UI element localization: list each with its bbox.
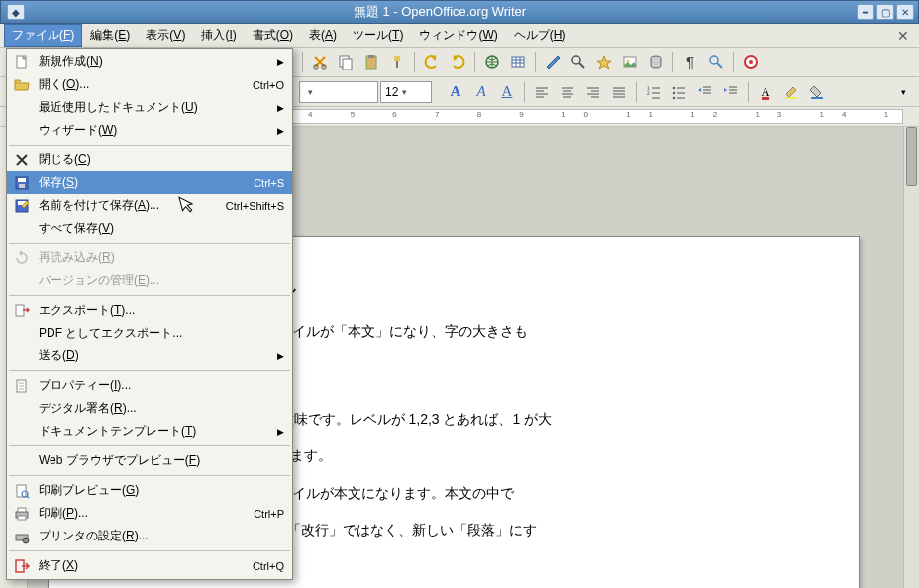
- svg-point-45: [673, 86, 675, 88]
- gallery-button[interactable]: [618, 50, 642, 74]
- drawing-button[interactable]: [541, 50, 564, 74]
- menu-item-web-preview[interactable]: Web ブラウザでプレビュー(F): [7, 449, 292, 472]
- font-size-combo[interactable]: 12▾: [380, 81, 432, 103]
- svg-text:2: 2: [647, 90, 650, 96]
- cut-button[interactable]: [308, 50, 332, 74]
- svg-rect-76: [18, 516, 26, 520]
- copy-button[interactable]: [334, 50, 357, 74]
- menu-item-digital-signatures[interactable]: デジタル署名(R)...: [7, 397, 292, 420]
- font-name-combo[interactable]: ▾: [299, 81, 378, 103]
- vertical-scrollbar[interactable]: [903, 127, 919, 588]
- align-right-button[interactable]: [581, 80, 605, 104]
- menu-item-send[interactable]: 送る(D) ▶: [7, 344, 292, 367]
- svg-line-15: [579, 63, 584, 68]
- svg-rect-6: [394, 56, 400, 61]
- nonprinting-chars-button[interactable]: ¶: [678, 50, 702, 74]
- menu-view[interactable]: 表示(V): [138, 24, 193, 47]
- menu-item-close[interactable]: 閉じる(C): [7, 148, 292, 171]
- navigator-button[interactable]: [592, 50, 616, 74]
- window-menu-icon[interactable]: ◆: [7, 4, 25, 20]
- bold-button[interactable]: A: [444, 80, 467, 104]
- svg-rect-58: [785, 97, 797, 99]
- menu-help[interactable]: ヘルプ(H): [506, 24, 574, 47]
- menu-item-wizards[interactable]: ウィザード(W) ▶: [7, 119, 292, 142]
- svg-point-78: [23, 538, 29, 543]
- menu-file[interactable]: ファイル(F): [4, 24, 82, 47]
- svg-line-73: [27, 496, 29, 498]
- svg-marker-16: [597, 56, 611, 69]
- document-icon: [11, 377, 33, 395]
- menu-item-save-as[interactable]: 名前を付けて保存(A)... Ctrl+Shift+S: [7, 194, 292, 217]
- menu-item-exit[interactable]: 終了(X) Ctrl+Q: [7, 554, 292, 577]
- format-paintbrush-button[interactable]: [385, 50, 409, 74]
- italic-button[interactable]: A: [469, 80, 493, 104]
- data-sources-button[interactable]: [644, 50, 667, 74]
- decrease-indent-button[interactable]: [693, 80, 717, 104]
- menu-item-export-pdf[interactable]: PDF としてエクスポート...: [7, 322, 292, 344]
- table-button[interactable]: [506, 50, 530, 74]
- printer-settings-icon: [11, 528, 33, 545]
- background-color-button[interactable]: [805, 80, 829, 104]
- menu-table[interactable]: 表(A): [301, 24, 345, 47]
- bullet-list-button[interactable]: [667, 80, 691, 104]
- zoom-button[interactable]: [704, 50, 728, 74]
- minimize-button[interactable]: ━: [857, 4, 874, 20]
- printer-icon: [11, 505, 33, 523]
- submenu-arrow-icon: ▶: [277, 351, 284, 361]
- svg-rect-3: [343, 59, 352, 70]
- menu-item-versions: バージョンの管理(E)...: [7, 269, 292, 292]
- menu-edit[interactable]: 編集(E): [82, 24, 138, 47]
- export-icon: [11, 302, 33, 320]
- svg-rect-7: [396, 61, 398, 68]
- menu-item-export[interactable]: エクスポート(T)...: [7, 299, 292, 322]
- svg-point-23: [749, 60, 753, 64]
- menu-item-recent-documents[interactable]: 最近使用したドキュメント(U) ▶: [7, 96, 292, 119]
- menubar: ファイル(F) 編集(E) 表示(V) 挿入(I) 書式(O) 表(A) ツール…: [0, 24, 919, 48]
- window-title: 無題 1 - OpenOffice.org Writer: [354, 3, 526, 21]
- print-preview-icon: [11, 482, 33, 500]
- underline-button[interactable]: A: [495, 80, 519, 104]
- menu-item-new[interactable]: 新規作成(N) ▶: [7, 50, 292, 73]
- paste-button[interactable]: [359, 50, 383, 74]
- menu-item-templates[interactable]: ドキュメントテンプレート(T) ▶: [7, 420, 292, 442]
- menu-format[interactable]: 書式(O): [245, 24, 301, 47]
- menu-item-properties[interactable]: プロパティー(I)...: [7, 374, 292, 397]
- hyperlink-button[interactable]: [480, 50, 504, 74]
- numbered-list-button[interactable]: 12: [642, 80, 665, 104]
- svg-point-47: [673, 96, 675, 98]
- toolbar-overflow-button[interactable]: ▾: [891, 80, 915, 104]
- svg-rect-62: [18, 178, 26, 182]
- save-as-icon: [11, 197, 33, 215]
- svg-rect-66: [16, 305, 24, 316]
- menu-item-print-preview[interactable]: 印刷プレビュー(G): [7, 479, 292, 502]
- find-button[interactable]: [566, 50, 590, 74]
- redo-button[interactable]: [446, 50, 469, 74]
- align-left-button[interactable]: [530, 80, 554, 104]
- menu-item-reload: 再読み込み(R): [7, 246, 292, 269]
- close-document-button[interactable]: ✕: [891, 28, 915, 44]
- menu-window[interactable]: ウィンドウ(W): [411, 24, 505, 47]
- align-justify-button[interactable]: [607, 80, 631, 104]
- menu-item-save[interactable]: 保存(S) Ctrl+S: [7, 171, 292, 194]
- undo-button[interactable]: [420, 50, 444, 74]
- align-center-button[interactable]: [556, 80, 579, 104]
- font-color-button[interactable]: A: [754, 80, 777, 104]
- menu-insert[interactable]: 挿入(I): [193, 24, 244, 47]
- scrollbar-thumb[interactable]: [906, 127, 917, 186]
- highlight-color-button[interactable]: [779, 80, 803, 104]
- svg-point-20: [710, 56, 718, 64]
- help-button[interactable]: [739, 50, 763, 74]
- menu-item-print[interactable]: 印刷(P)... Ctrl+P: [7, 502, 292, 525]
- menu-item-open[interactable]: 開く(O)... Ctrl+O: [7, 73, 292, 96]
- save-icon: [11, 174, 33, 192]
- menu-item-printer-settings[interactable]: プリンタの設定(R)...: [7, 525, 292, 547]
- menu-item-save-all[interactable]: すべて保存(V): [7, 217, 292, 240]
- maximize-button[interactable]: ▢: [876, 4, 894, 20]
- submenu-arrow-icon: ▶: [277, 427, 284, 437]
- close-window-button[interactable]: ✕: [896, 4, 914, 20]
- new-document-icon: [11, 53, 33, 71]
- menu-tools[interactable]: ツール(T): [345, 24, 411, 47]
- svg-rect-5: [368, 55, 374, 58]
- increase-indent-button[interactable]: [719, 80, 743, 104]
- svg-point-14: [572, 56, 580, 64]
